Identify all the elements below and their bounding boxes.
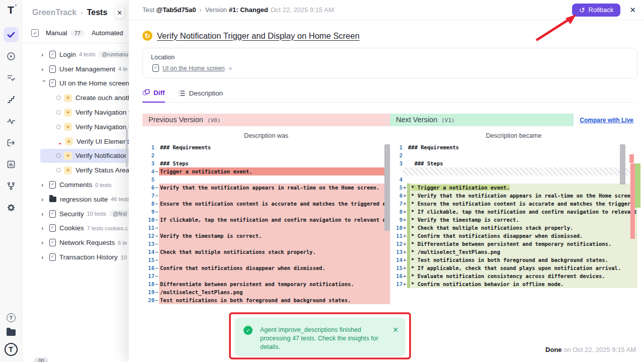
tree-item-label: Security [59,210,84,218]
tree-caret-icon[interactable]: › [41,224,48,232]
next-version-header: Next Version (V1) Compare with Live [390,114,637,126]
sidebar-tabbar: ✓ Manual 77 Automated [22,24,129,43]
tree-suite-cookies[interactable]: ›Cookies7 tests cookies.c [22,221,129,236]
left-pane-scrollbar[interactable] [384,144,390,231]
app-root: T' ? T' GreenTrack › Tests ✕ ✓ Manual 77… [0,0,644,362]
sidebar-scrollbar[interactable] [126,128,128,167]
tree-caret-icon[interactable]: › [41,65,48,73]
compare-with-live-link[interactable]: Compare with Live [580,117,633,124]
test-status-circle-icon[interactable] [56,125,61,129]
test-status-circle-icon[interactable] [56,96,61,100]
diff-line-left-19: 19−/multiselect_TestPlans.png [142,288,390,296]
previous-version-code: 1### Requirements23### Steps4−Trigger a … [142,143,390,304]
tree-suite-network-requests[interactable]: ›Network Requests6 te [22,235,129,250]
breadcrumb-separator: › [80,9,83,17]
app-logo[interactable]: T' [8,4,14,16]
sidebar-close-button[interactable]: ✕ [114,6,125,19]
tree-item-label: Verify Notification T [75,152,129,159]
tree-item-label: regression suite [60,196,108,203]
tree-caret-icon[interactable]: › [41,196,48,203]
modal-tabbar: Diff Description [142,85,637,103]
tree-suite-transaction-history[interactable]: ›Transaction History10 [22,250,129,264]
tree-item-label: UI on the Home screen [59,79,129,87]
diff-line-left-7: 7− [142,192,390,200]
select-all-icon[interactable]: ✓ [31,29,39,37]
location-link[interactable]: UI on the Home screen [163,65,224,72]
tree-caret-icon[interactable]: › [41,80,48,86]
user-avatar[interactable]: T' [5,343,18,356]
diff-line-right-8: 8+* If clickable, tap the notification a… [390,208,637,216]
tree-suite-user-management[interactable]: ›User Management4 te [22,62,129,76]
tree-suite-login[interactable]: ›Login4 tests@runmanu [22,47,129,62]
tab-automated[interactable]: Automated [92,29,123,37]
doc-check-icon [49,239,56,246]
help-icon[interactable]: ? [7,313,16,322]
tree-item-label: Network Requests [59,239,115,246]
tree-caret-icon[interactable]: › [56,138,63,145]
tree-test-verify-navigation-to[interactable]: ✳Verify Navigation to [22,105,129,120]
tests-icon[interactable] [4,27,19,42]
test-status-icon: ↻ [142,31,152,41]
tab-description[interactable]: Description [178,89,223,102]
modal-footer: Done on Oct 22, 2025 9:15 AM [545,346,636,353]
tree-suite-regression-suite[interactable]: ›regression suite46 tests [22,192,129,207]
test-status-circle-icon[interactable] [56,110,61,115]
spinner-test-icon: ✳ [65,137,73,145]
version-diff-modal: Test @Tab5d75a0 › Version #1: Changed Oc… [129,0,644,362]
tree-item-meta: 4 te [118,66,127,72]
tab-description-label: Description [189,89,223,97]
doc-check-icon [49,51,56,58]
success-check-icon: ✓ [244,326,253,335]
test-status-circle-icon[interactable] [56,153,61,158]
tree-item-meta: 0 tests [95,182,111,188]
diff-line-left-17: 17− [142,272,390,280]
tree-test-verify-status-area-a[interactable]: ✳Verify Status Area a [22,163,129,177]
branches-icon[interactable] [4,178,19,194]
diff-line-left-12: 12−Verify the timestamp is correct. [142,232,390,240]
tree-test-verify-notification-t[interactable]: ✳Verify Notification T [40,149,129,163]
tree-caret-icon[interactable]: › [41,210,48,218]
steps-icon[interactable] [4,92,19,107]
tree-test-create-ouch-another[interactable]: ✳Create ouch another [22,90,129,105]
import-icon[interactable] [4,135,19,150]
previous-version-header: Previous Version (V0) [142,114,390,126]
right-pane-scrollbar[interactable] [620,144,625,185]
diff-line-left-16: 16−Confirm that notifications disappear … [142,264,390,272]
tree-item-meta: 46 tests [111,196,129,202]
activity-icon[interactable] [4,114,19,129]
diff-line-left-8: 8−Ensure the notification content is acc… [142,200,390,208]
rollback-button[interactable]: ↺ Rollback [572,4,621,17]
settings-gear-icon[interactable] [4,200,19,215]
tree-caret-icon[interactable]: › [41,181,48,189]
footer-date: on Oct 22, 2025 9:15 AM [564,346,636,353]
reports-icon[interactable] [4,157,19,172]
tree-caret-icon[interactable]: › [41,239,48,246]
tab-diff-label: Diff [153,89,165,97]
modal-close-icon[interactable]: ✕ [629,6,636,15]
toast-message: Agent improve_descriptions finished proc… [260,326,386,356]
tree-suite-comments[interactable]: ›Comments0 tests [22,177,129,192]
tree-test-verify-navigation-to[interactable]: ✳Verify Navigation to [22,120,129,134]
test-tree: ›Login4 tests@runmanu›User Management4 t… [22,43,129,264]
tab-automated-label: Automated [92,29,123,37]
test-title[interactable]: Verify Notification Trigger and Display … [157,31,360,41]
previous-version-title: Previous Version [148,116,203,124]
test-status-circle-icon[interactable] [56,168,61,172]
diff-line-left-11: 11− [142,224,390,232]
test-list-icon[interactable] [4,70,19,85]
tree-item-tag-pill: @first [109,210,129,217]
rollback-label: Rollback [589,6,614,14]
tree-item-label: Create ouch another [75,94,129,102]
tree-suite-ui-on-the-home-screen[interactable]: ›UI on the Home screen [22,76,129,91]
tree-test-verify-ui-elements-o[interactable]: ›✳Verify UI Elements o [22,134,129,149]
tree-caret-icon[interactable]: › [41,253,48,261]
runs-play-icon[interactable] [4,49,19,64]
toast-close-icon[interactable]: ✕ [392,326,398,356]
diff-line-right-1: 1### Requirements [390,143,637,151]
tree-suite-security[interactable]: ›Security10 tests@first [22,207,129,221]
folder-icon[interactable] [7,329,16,336]
doc-check-icon [49,181,56,189]
tab-manual[interactable]: Manual 77 [46,29,85,37]
tab-diff[interactable]: Diff [142,89,165,103]
tree-caret-icon[interactable]: › [41,51,48,58]
